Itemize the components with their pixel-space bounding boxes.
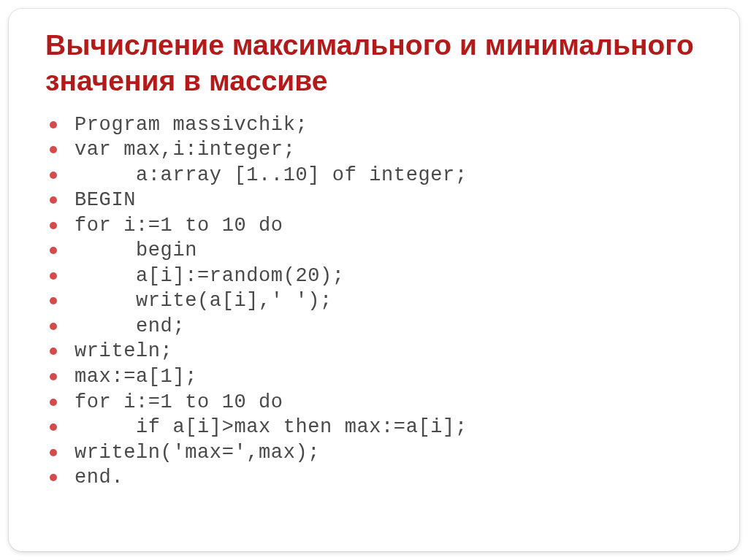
code-line: Program massivchik; — [75, 112, 703, 138]
code-line: for i:=1 to 10 do — [75, 213, 703, 239]
code-line: writeln('max=',max); — [75, 440, 703, 466]
code-line: BEGIN — [75, 188, 703, 213]
code-line: if a[i]>max then max:=a[i]; — [75, 415, 703, 440]
code-line: max:=a[1]; — [75, 364, 703, 390]
code-line: begin — [75, 238, 703, 264]
code-line: writeln; — [75, 339, 703, 364]
code-line: var max,i:integer; — [75, 137, 703, 163]
code-listing: Program massivchik; var max,i:integer; a… — [45, 112, 703, 491]
code-line: a:array [1..10] of integer; — [75, 163, 703, 188]
code-line: write(a[i],' '); — [75, 288, 703, 314]
slide-container: Вычисление максимального и минимального … — [9, 9, 739, 551]
code-line: a[i]:=random(20); — [75, 264, 703, 289]
code-line: for i:=1 to 10 do — [75, 390, 703, 415]
slide-title: Вычисление максимального и минимального … — [45, 28, 703, 99]
code-line: end; — [75, 314, 703, 340]
code-line: end. — [75, 465, 703, 491]
